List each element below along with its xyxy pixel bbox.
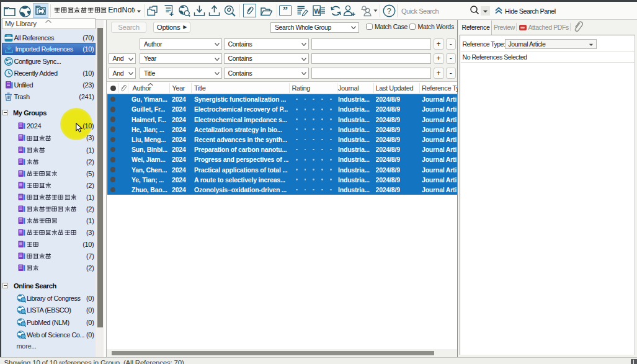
svg-text:?: ?: [387, 7, 391, 16]
svg-text:W: W: [314, 7, 321, 15]
